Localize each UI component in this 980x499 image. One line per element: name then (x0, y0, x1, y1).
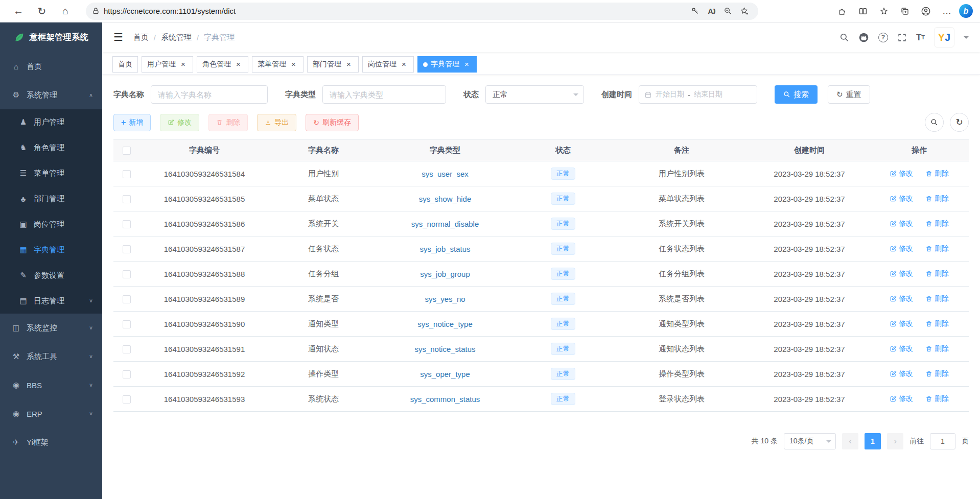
row-edit-button[interactable]: 修改 (890, 194, 913, 203)
tab-close-icon[interactable]: × (179, 60, 188, 69)
sidebar-item[interactable]: ▤ 日志管理 ∨ (0, 288, 102, 314)
row-edit-button[interactable]: 修改 (890, 319, 913, 328)
bing-sidebar-icon[interactable]: b (959, 4, 973, 18)
breadcrumb-item[interactable]: 系统管理 (161, 33, 192, 42)
dict-type-link[interactable]: sys_common_status (410, 395, 480, 403)
dict-type-link[interactable]: sys_job_group (420, 270, 470, 278)
row-checkbox[interactable] (123, 195, 131, 203)
tab-item[interactable]: 用户管理 × (142, 56, 193, 73)
more-options-icon[interactable]: … (938, 3, 955, 19)
help-question-icon[interactable]: ? (878, 33, 888, 42)
reset-button[interactable]: ↻ 重置 (828, 85, 870, 104)
row-checkbox[interactable] (123, 245, 131, 253)
row-checkbox[interactable] (123, 270, 131, 278)
row-edit-button[interactable]: 修改 (890, 269, 913, 278)
browser-back-button[interactable]: ← (8, 2, 29, 20)
collections-icon[interactable] (896, 3, 914, 19)
sidebar-item[interactable]: ◫ 系统监控 ∨ (0, 314, 102, 342)
sidebar-item[interactable]: ⚒ 系统工具 ∨ (0, 342, 102, 371)
tab-close-icon[interactable]: × (400, 60, 408, 69)
row-edit-button[interactable]: 修改 (890, 294, 913, 303)
status-select[interactable]: 正常 (485, 85, 584, 104)
row-delete-button[interactable]: 删除 (925, 244, 949, 253)
tab-item[interactable]: 菜单管理 × (252, 56, 304, 73)
hamburger-menu-icon[interactable]: ☰ (108, 28, 128, 46)
refresh-table-button[interactable]: ↻ (950, 113, 969, 132)
row-checkbox[interactable] (123, 345, 131, 353)
breadcrumb-item[interactable]: 首页 (133, 33, 149, 42)
row-checkbox[interactable] (123, 295, 131, 303)
row-edit-button[interactable]: 修改 (890, 344, 913, 353)
breadcrumb-item[interactable]: 字典管理 (204, 33, 235, 42)
add-favorite-star-icon[interactable] (736, 4, 752, 18)
sidebar-item[interactable]: ◉ ERP ∨ (0, 399, 102, 428)
browser-home-button[interactable]: ⌂ (55, 2, 76, 20)
tab-close-icon[interactable]: × (289, 60, 298, 69)
tab-item[interactable]: 部门管理 × (307, 56, 359, 73)
dict-type-link[interactable]: sys_normal_disable (411, 220, 479, 228)
row-checkbox[interactable] (123, 170, 131, 178)
row-delete-button[interactable]: 删除 (925, 394, 949, 403)
dict-type-link[interactable]: sys_user_sex (422, 170, 469, 178)
split-screen-icon[interactable] (854, 3, 872, 19)
delete-button[interactable]: 删除 (208, 114, 248, 131)
fullscreen-icon[interactable] (897, 33, 907, 42)
dict-type-link[interactable]: sys_notice_status (414, 345, 475, 353)
extensions-icon[interactable] (833, 3, 851, 19)
tab-item[interactable]: 岗位管理 × (362, 56, 414, 73)
goto-page-input[interactable] (930, 433, 955, 449)
avatar-caret-down-icon[interactable] (964, 36, 969, 41)
row-edit-button[interactable]: 修改 (890, 244, 913, 253)
row-delete-button[interactable]: 删除 (925, 319, 949, 328)
row-delete-button[interactable]: 删除 (925, 219, 949, 228)
refresh-cache-button[interactable]: ↻ 刷新缓存 (306, 114, 359, 131)
address-bar[interactable]: https://ccnetcore.com:1101/system/dict A… (86, 3, 758, 20)
toggle-search-button[interactable] (925, 113, 944, 132)
read-aloud-icon[interactable]: A)) (703, 4, 719, 18)
search-button[interactable]: 搜索 (775, 85, 818, 104)
date-range-picker[interactable]: 开始日期 - 结束日期 (639, 85, 757, 104)
favorites-icon[interactable] (875, 3, 893, 19)
sidebar-item[interactable]: ▦ 字典管理 (0, 237, 102, 263)
sidebar-item[interactable]: ♟ 用户管理 (0, 109, 102, 135)
row-delete-button[interactable]: 删除 (925, 294, 949, 303)
row-delete-button[interactable]: 删除 (925, 344, 949, 353)
page-size-select[interactable]: 10条/页 (784, 433, 836, 449)
browser-refresh-button[interactable]: ↻ (32, 2, 52, 20)
font-size-icon[interactable]: TT (916, 33, 925, 42)
profile-avatar-icon[interactable] (917, 3, 935, 19)
dict-type-link[interactable]: sys_notice_type (417, 320, 473, 328)
tab-item[interactable]: 首页 × (112, 56, 138, 73)
row-delete-button[interactable]: 删除 (925, 269, 949, 278)
add-button[interactable]: +新增 (113, 114, 151, 131)
row-checkbox[interactable] (123, 220, 131, 228)
row-edit-button[interactable]: 修改 (890, 369, 913, 378)
row-checkbox[interactable] (123, 370, 131, 378)
sidebar-item[interactable]: ◉ BBS ∨ (0, 371, 102, 399)
sidebar-item[interactable]: ♞ 角色管理 (0, 135, 102, 160)
row-delete-button[interactable]: 删除 (925, 194, 949, 203)
dict-type-input[interactable] (322, 85, 446, 104)
sidebar-item[interactable]: ☰ 菜单管理 (0, 160, 102, 186)
zoom-out-icon[interactable] (719, 4, 736, 18)
next-page-button[interactable]: › (887, 433, 903, 449)
header-search-icon[interactable] (839, 33, 849, 42)
sidebar-logo[interactable]: 意框架管理系统 (0, 22, 102, 52)
row-delete-button[interactable]: 删除 (925, 169, 949, 178)
row-checkbox[interactable] (123, 395, 131, 403)
tab-close-icon[interactable]: × (234, 60, 243, 69)
sidebar-item[interactable]: ✎ 参数设置 (0, 263, 102, 288)
dict-type-link[interactable]: sys_oper_type (420, 370, 470, 378)
tab-close-icon[interactable]: × (462, 60, 471, 69)
dict-type-link[interactable]: sys_show_hide (419, 195, 472, 203)
row-edit-button[interactable]: 修改 (890, 219, 913, 228)
select-all-checkbox[interactable] (123, 147, 131, 155)
dict-type-link[interactable]: sys_yes_no (425, 295, 465, 303)
prev-page-button[interactable]: ‹ (842, 433, 858, 449)
sidebar-item[interactable]: ♣ 部门管理 (0, 186, 102, 211)
dict-name-input[interactable] (151, 85, 268, 104)
dict-type-link[interactable]: sys_job_status (419, 245, 470, 253)
row-edit-button[interactable]: 修改 (890, 394, 913, 403)
export-button[interactable]: 导出 (257, 114, 296, 131)
password-key-icon[interactable] (687, 4, 703, 18)
